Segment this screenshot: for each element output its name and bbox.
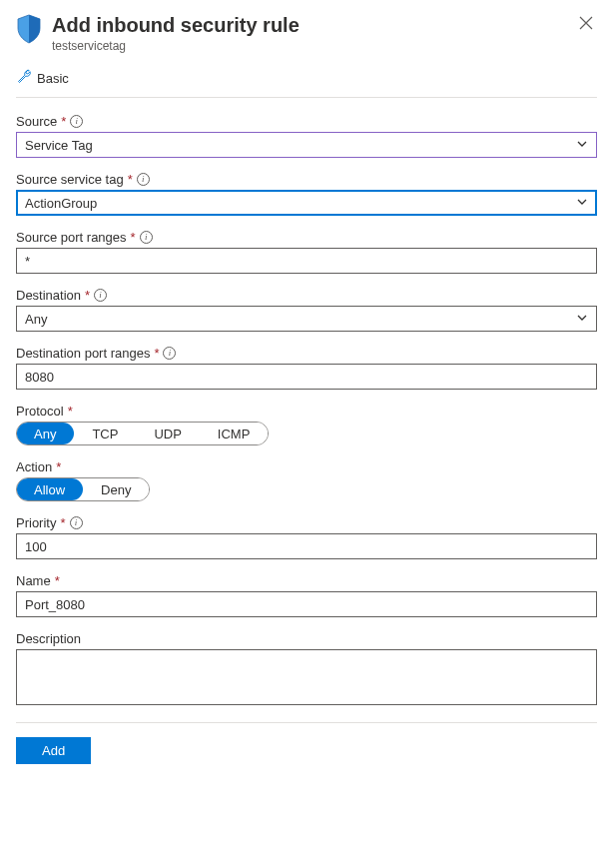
add-button[interactable]: Add [16,737,91,764]
destination-label: Destination [16,288,81,303]
name-label: Name [16,573,51,588]
required-marker: * [128,172,133,187]
source-select[interactable]: Service Tag [16,132,597,158]
protocol-label: Protocol [16,404,64,419]
basic-toggle-label: Basic [37,71,69,86]
info-icon[interactable]: i [94,289,107,302]
source-select-value: Service Tag [25,138,93,153]
protocol-option-udp[interactable]: UDP [136,423,199,444]
required-marker: * [60,515,65,530]
panel-header: Add inbound security rule testservicetag [16,12,597,61]
info-icon[interactable]: i [70,115,83,128]
protocol-option-any[interactable]: Any [16,423,74,444]
source-service-tag-label: Source service tag [16,172,124,187]
source-service-tag-select[interactable]: ActionGroup [16,190,597,216]
priority-label: Priority [16,515,56,530]
basic-toggle[interactable]: Basic [16,61,597,98]
protocol-option-icmp[interactable]: ICMP [200,423,269,444]
panel-footer: Add [16,722,597,764]
destination-select-value: Any [25,312,47,327]
destination-select[interactable]: Any [16,306,597,332]
info-icon[interactable]: i [140,231,153,244]
chevron-down-icon [576,312,588,327]
name-input[interactable] [16,591,597,617]
source-service-tag-value: ActionGroup [25,196,97,211]
info-icon[interactable]: i [70,516,83,529]
info-icon[interactable]: i [137,173,150,186]
required-marker: * [56,459,61,474]
shield-icon [16,14,42,47]
required-marker: * [131,230,136,245]
chevron-down-icon [576,138,588,153]
source-port-ranges-input[interactable] [16,248,597,274]
destination-port-ranges-input[interactable] [16,364,597,390]
resource-name: testservicetag [52,39,565,53]
destination-port-ranges-label: Destination port ranges [16,346,150,361]
required-marker: * [154,346,159,361]
action-option-deny[interactable]: Deny [83,478,149,500]
chevron-down-icon [576,196,588,211]
info-icon[interactable]: i [163,347,176,360]
action-label: Action [16,459,52,474]
required-marker: * [85,288,90,303]
required-marker: * [61,114,66,129]
source-port-ranges-label: Source port ranges [16,230,127,245]
wrench-icon [16,69,31,87]
required-marker: * [55,573,60,588]
action-group: Allow Deny [16,477,150,501]
source-label: Source [16,114,57,129]
page-title: Add inbound security rule [52,12,565,38]
priority-input[interactable] [16,533,597,559]
description-label: Description [16,631,81,646]
description-input[interactable] [16,649,597,705]
close-button[interactable] [575,12,597,37]
action-option-allow[interactable]: Allow [16,478,83,500]
protocol-option-tcp[interactable]: TCP [74,423,136,444]
protocol-group: Any TCP UDP ICMP [16,422,269,445]
required-marker: * [68,404,73,419]
